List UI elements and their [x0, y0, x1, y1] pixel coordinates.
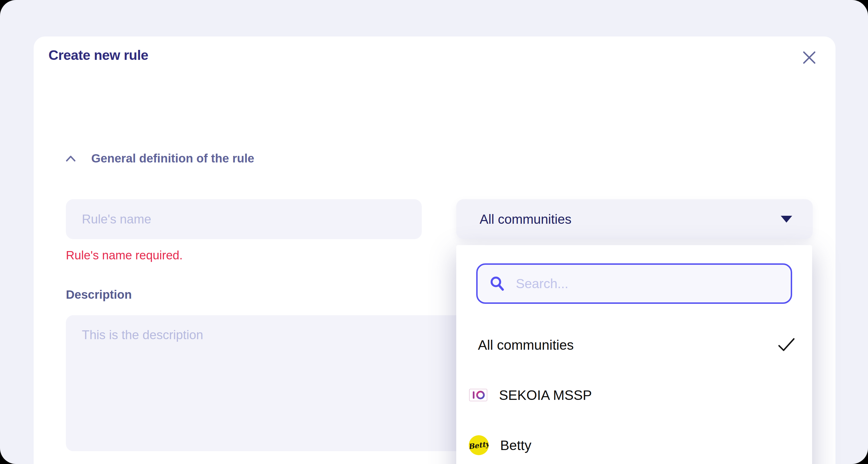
option-label: All communities: [478, 337, 778, 353]
sekoia-io-logo-icon: [469, 389, 488, 402]
search-icon: [489, 275, 505, 292]
section-label: General definition of the rule: [91, 152, 254, 165]
create-rule-modal: Create new rule General definition of th…: [34, 36, 836, 464]
community-select[interactable]: All communities: [456, 199, 813, 239]
close-button[interactable]: [800, 48, 818, 67]
betty-logo-icon: Betty: [469, 435, 489, 455]
app-background: Create new rule General definition of th…: [0, 0, 868, 464]
option-label: Betty: [500, 437, 796, 453]
option-all-communities[interactable]: All communities: [456, 326, 812, 364]
rule-name-input[interactable]: [66, 199, 422, 239]
name-error-message: Rule's name required.: [66, 248, 183, 262]
community-search-input[interactable]: [516, 276, 779, 291]
modal-title: Create new rule: [49, 47, 148, 63]
section-toggle-general-definition[interactable]: General definition of the rule: [66, 150, 254, 168]
option-label: SEKOIA MSSP: [499, 387, 796, 403]
close-icon: [802, 51, 816, 65]
option-sekoia-mssp[interactable]: SEKOIA MSSP: [456, 376, 812, 415]
chevron-down-icon: [781, 216, 792, 223]
description-label: Description: [66, 288, 132, 302]
check-icon: [778, 338, 796, 352]
community-select-value: All communities: [479, 211, 781, 227]
chevron-up-icon: [66, 155, 76, 162]
community-search-box: [476, 263, 792, 304]
community-dropdown-panel: All communities: [456, 245, 812, 464]
option-betty[interactable]: Betty Betty: [456, 426, 812, 464]
screen: Create new rule General definition of th…: [0, 0, 868, 464]
